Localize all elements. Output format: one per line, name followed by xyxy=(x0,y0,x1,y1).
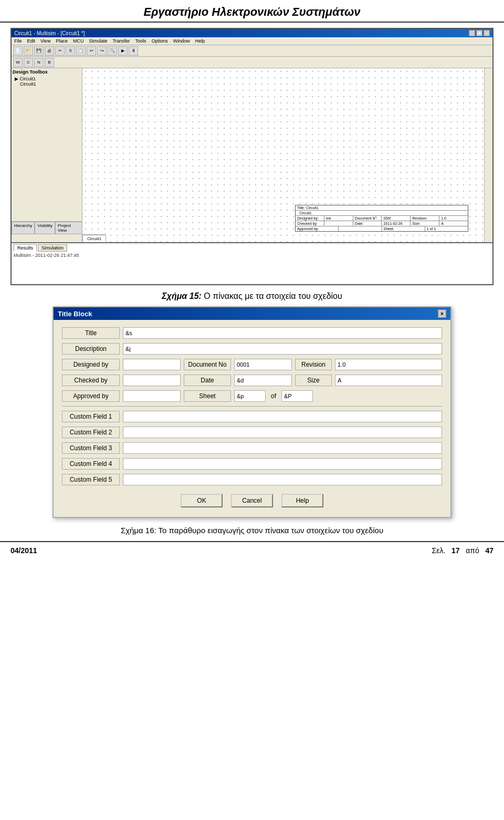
approved-by-row: Approved by Sheet of xyxy=(62,390,442,402)
footer-page-prefix: Σελ. xyxy=(432,546,445,555)
page-header: Εργαστήριο Ηλεκτρονικών Συστημάτων xyxy=(0,0,504,23)
dialog-title: Title Block xyxy=(58,310,92,318)
menu-window[interactable]: Window xyxy=(173,38,190,44)
custom3-row: Custom Field 3 xyxy=(62,442,442,454)
help-button[interactable]: Help xyxy=(281,494,323,507)
tb-title-cell: Title: Circuit1 xyxy=(296,205,468,210)
page-footer: 04/2011 Σελ. 17 από 47 xyxy=(0,541,504,559)
tb-docno-val: 000f xyxy=(382,216,411,221)
title-field-input[interactable] xyxy=(123,327,442,339)
tb-place-comp[interactable]: C xyxy=(24,58,33,67)
checked-by-row: Checked by Date Size xyxy=(62,375,442,386)
tb-print[interactable]: 🖨 xyxy=(45,46,54,56)
custom5-input[interactable] xyxy=(123,474,442,485)
tb-place-wire[interactable]: W xyxy=(13,58,23,67)
circuit1-tab[interactable]: Circuit1 xyxy=(82,235,106,242)
window-body: Design Toolbox ▶ Circuit1 Circuit1 Hiera… xyxy=(12,68,492,242)
tb-size-label: Size: xyxy=(411,221,439,226)
custom1-input[interactable] xyxy=(123,411,442,422)
document-no-input[interactable] xyxy=(234,359,292,370)
size-input[interactable] xyxy=(335,375,442,386)
sidebar-tabs: Hierarchy Visibility Project View xyxy=(12,221,82,234)
canvas-tabs: Circuit1 xyxy=(82,234,106,242)
date-label: Date xyxy=(184,375,231,386)
custom2-label: Custom Field 2 xyxy=(62,427,120,438)
tb-place-bus[interactable]: B xyxy=(45,58,54,67)
checked-by-input[interactable] xyxy=(123,375,181,386)
menu-transfer[interactable]: Transfer xyxy=(112,38,130,44)
tab-results[interactable]: Results xyxy=(14,244,37,252)
tb-new[interactable]: 📄 xyxy=(13,46,23,56)
description-row: Description xyxy=(62,343,442,355)
dialog-close-button[interactable]: × xyxy=(438,309,446,318)
caption15-prefix: Σχήμα 15: xyxy=(162,292,202,300)
tb-paste[interactable]: 📋 xyxy=(76,46,86,56)
menu-options[interactable]: Options xyxy=(152,38,168,44)
designed-by-input[interactable] xyxy=(123,359,181,370)
revision-label: Revision xyxy=(295,359,332,370)
title-block-mini: Title: Circuit1 Circuit1 Designed by: In… xyxy=(295,205,468,232)
custom2-row: Custom Field 2 xyxy=(62,427,442,438)
description-field-label: Description xyxy=(62,343,120,355)
tb-save[interactable]: 💾 xyxy=(34,46,44,56)
tab-simulation[interactable]: Simulation xyxy=(38,244,67,252)
menu-mcu[interactable]: MCU xyxy=(73,38,84,44)
approved-by-input[interactable] xyxy=(123,390,181,402)
restore-button[interactable]: ▣ xyxy=(476,30,482,36)
multisim-window: Circuit1 - Multisim - [Circuit1 *] _ ▣ ×… xyxy=(12,29,492,284)
menu-tools[interactable]: Tools xyxy=(135,38,146,44)
description-field-input[interactable] xyxy=(123,343,442,355)
menu-edit[interactable]: Edit xyxy=(27,38,36,44)
menu-view[interactable]: View xyxy=(40,38,50,44)
sheet-total-input[interactable] xyxy=(281,390,313,402)
tb-approved-label: Approved by: xyxy=(296,226,339,231)
close-button[interactable]: × xyxy=(484,30,490,36)
tb-cut[interactable]: ✂ xyxy=(55,46,65,56)
tb-run[interactable]: ▶ xyxy=(118,46,128,56)
tb-checked-label: Checked by: xyxy=(296,221,324,226)
tb-stop[interactable]: ⏸ xyxy=(129,46,138,56)
tb-zoom-in[interactable]: 🔍 xyxy=(108,46,117,56)
revision-input[interactable] xyxy=(335,359,442,370)
title-block-dialog: Title Block × Title Description Designed… xyxy=(52,306,452,518)
dialog-body: Title Description Designed by Document N… xyxy=(54,320,450,517)
tree-circuit1[interactable]: ▶ Circuit1 xyxy=(13,76,81,81)
tab-project-view[interactable]: Project View xyxy=(55,222,82,234)
ok-button[interactable]: OK xyxy=(181,494,223,507)
tb-sheet-label: Sheet: xyxy=(382,226,425,231)
panel-tabs: Results Simulation xyxy=(14,244,490,252)
minimize-button[interactable]: _ xyxy=(469,30,475,36)
cancel-button[interactable]: Cancel xyxy=(231,494,273,507)
size-label: Size xyxy=(295,375,332,386)
custom5-row: Custom Field 5 xyxy=(62,474,442,485)
divider xyxy=(62,406,442,407)
custom3-input[interactable] xyxy=(123,442,442,454)
tree-circuit1-child[interactable]: Circuit1 xyxy=(13,81,81,87)
custom5-label: Custom Field 5 xyxy=(62,474,120,485)
panel-content: Multisim - 2011-02-26 21:47:45 xyxy=(14,253,490,258)
menu-help[interactable]: Help xyxy=(195,38,205,44)
tb-copy[interactable]: ⎘ xyxy=(66,46,75,56)
tb-date-label: Date: xyxy=(353,221,382,226)
panel-log-text: Multisim - 2011-02-26 21:47:45 xyxy=(14,253,490,258)
menu-place[interactable]: Place xyxy=(56,38,68,44)
caption16-prefix: Σχήμα 16: xyxy=(121,526,156,535)
tb-open[interactable]: 📂 xyxy=(24,46,33,56)
menu-file[interactable]: File xyxy=(14,38,22,44)
tb-approved-val xyxy=(339,226,382,231)
date-input[interactable] xyxy=(234,375,292,386)
tab-hierarchy[interactable]: Hierarchy xyxy=(12,222,35,234)
tb-designed-label: Designed by: xyxy=(296,216,324,221)
tab-visibility[interactable]: Visibility xyxy=(35,222,55,234)
tb-redo[interactable]: ↪ xyxy=(97,46,107,56)
sheet-input[interactable] xyxy=(234,390,266,402)
custom2-input[interactable] xyxy=(123,427,442,438)
tb-place-node[interactable]: N xyxy=(34,58,44,67)
tb-row4: Checked by: Date: 2011-02-26 Size: A xyxy=(296,221,468,226)
toolbar2: W C N B xyxy=(12,57,492,68)
schematic-grid: Title: Circuit1 Circuit1 Designed by: In… xyxy=(82,68,484,242)
menu-simulate[interactable]: Simulate xyxy=(89,38,107,44)
tb-undo[interactable]: ↩ xyxy=(87,46,96,56)
design-toolbox-label: Design Toolbox xyxy=(13,69,81,75)
custom4-input[interactable] xyxy=(123,458,442,470)
